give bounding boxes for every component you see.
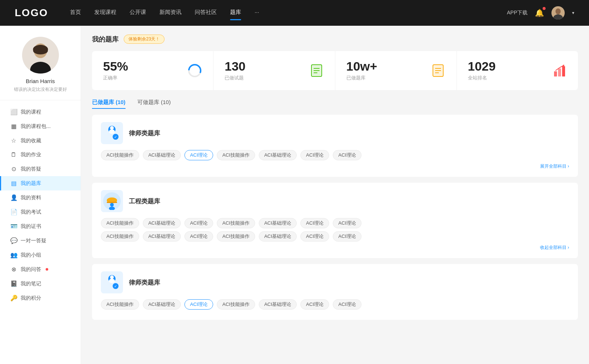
sidebar-profile: Brian Harris 错误的决定比没有决定要好 xyxy=(0,37,81,100)
points-icon: 🔑 xyxy=(10,295,17,301)
nav-news[interactable]: 新闻资讯 xyxy=(159,9,181,17)
sidebar-item-question-bank[interactable]: ▤ 我的题库 xyxy=(0,176,81,190)
sidebar-item-certificate[interactable]: 🪪 我的证书 xyxy=(0,219,81,233)
collapse-all-link[interactable]: 收起全部科目 › xyxy=(101,245,569,251)
nav-menu: 首页 发现课程 公开课 新闻资讯 问答社区 题库 ··· xyxy=(70,9,507,17)
tag-item[interactable]: ACI基础理论 xyxy=(259,299,297,310)
qa-icon: ⊙ xyxy=(10,165,17,172)
user-menu-chevron-icon[interactable]: ▾ xyxy=(572,10,574,15)
tag-item[interactable]: ACI理论 xyxy=(300,299,329,310)
tag-item[interactable]: ACI技能操作 xyxy=(217,218,255,228)
accuracy-icon xyxy=(187,63,202,78)
tag-item-active[interactable]: ACI理论 xyxy=(184,299,213,310)
course-icon: ⬜ xyxy=(10,108,17,115)
svg-point-27 xyxy=(109,129,115,134)
svg-rect-20 xyxy=(554,71,557,76)
sidebar-item-data[interactable]: 👤 我的资料 xyxy=(0,190,81,205)
qbank-lawyer-2-tags: ACI技能操作 ACI基础理论 ACI理论 ACI技能操作 ACI基础理论 AC… xyxy=(101,299,569,310)
homework-icon: 🗒 xyxy=(10,151,17,158)
done-banks-label: 已做题库 xyxy=(346,75,426,81)
tag-item[interactable]: ACI技能操作 xyxy=(101,231,139,242)
done-questions-value: 130 xyxy=(225,60,304,72)
svg-point-26 xyxy=(110,126,114,130)
tag-item[interactable]: ACI理论 xyxy=(184,231,213,242)
tag-item[interactable]: ACI理论 xyxy=(300,231,329,242)
user-motto: 错误的决定比没有决定要好 xyxy=(14,86,67,93)
notification-bell-icon[interactable]: 🔔 xyxy=(535,8,544,17)
group-icon: 👥 xyxy=(10,251,17,258)
svg-rect-32 xyxy=(108,200,116,202)
one-on-one-icon: 💬 xyxy=(10,237,17,244)
nav-more[interactable]: ··· xyxy=(254,9,259,17)
tag-item[interactable]: ACI基础理论 xyxy=(143,231,181,242)
qbank-engineer-tags-row1: ACI技能操作 ACI基础理论 ACI理论 ACI技能操作 ACI基础理论 AC… xyxy=(101,218,569,228)
tag-item[interactable]: ACI技能操作 xyxy=(101,150,139,160)
tag-item[interactable]: ACI理论 xyxy=(333,231,361,242)
qa-notification-dot xyxy=(46,268,48,271)
tag-item[interactable]: ACI理论 xyxy=(300,218,329,228)
sidebar-item-notes[interactable]: 📓 我的笔记 xyxy=(0,276,81,291)
tag-item[interactable]: ACI技能操作 xyxy=(217,231,255,242)
user-name: Brian Harris xyxy=(26,78,55,84)
tag-item[interactable]: ACI技能操作 xyxy=(217,150,255,160)
sidebar-item-points[interactable]: 🔑 我的积分 xyxy=(0,291,81,305)
expand-all-link[interactable]: 展开全部科目 › xyxy=(101,163,569,169)
svg-point-9 xyxy=(192,68,198,74)
notification-badge xyxy=(543,7,546,10)
tag-item[interactable]: ACI理论 xyxy=(300,150,329,160)
svg-text:✓: ✓ xyxy=(114,135,117,139)
tag-item[interactable]: ACI基础理论 xyxy=(259,150,297,160)
tag-item[interactable]: ACI技能操作 xyxy=(101,218,139,228)
tabs-row: 已做题库 (10) 可做题库 (10) xyxy=(92,99,578,109)
tag-item[interactable]: ACI理论 xyxy=(333,299,361,310)
qbank-card-lawyer-1: ✓ 律师类题库 ACI技能操作 ACI基础理论 ACI理论 ACI技能操作 AC… xyxy=(92,115,578,177)
tag-item[interactable]: ACI技能操作 xyxy=(101,299,139,310)
nav-discover[interactable]: 发现课程 xyxy=(94,9,116,17)
sidebar-item-course-pack[interactable]: ▦ 我的课程包... xyxy=(0,119,81,133)
sidebar-item-qa[interactable]: ⊙ 我的答疑 xyxy=(0,162,81,176)
nav-question-bank[interactable]: 题库 xyxy=(230,9,241,17)
notes-icon: 📓 xyxy=(10,280,17,287)
svg-rect-22 xyxy=(562,66,565,76)
tag-item-active[interactable]: ACI理论 xyxy=(184,150,213,160)
app-download-button[interactable]: APP下载 xyxy=(507,10,528,16)
sidebar-item-group[interactable]: 👥 我的小组 xyxy=(0,248,81,262)
done-banks-icon xyxy=(431,63,445,78)
tab-available-banks[interactable]: 可做题库 (10) xyxy=(137,99,171,109)
qbank-card-lawyer-2: ✓ 律师类题库 ACI技能操作 ACI基础理论 ACI理论 ACI技能操作 AC… xyxy=(92,264,578,320)
sidebar-item-my-qa[interactable]: ⊗ 我的问答 xyxy=(0,262,81,276)
tag-item[interactable]: ACI基础理论 xyxy=(143,150,181,160)
tag-item[interactable]: ACI理论 xyxy=(333,218,361,228)
tag-item[interactable]: ACI基础理论 xyxy=(143,299,181,310)
avatar[interactable] xyxy=(551,6,565,19)
topnav: LOGO 首页 发现课程 公开课 新闻资讯 问答社区 题库 ··· APP下载 … xyxy=(0,0,589,26)
course-pack-icon: ▦ xyxy=(10,123,17,130)
nav-qa[interactable]: 问答社区 xyxy=(195,9,217,17)
nav-home[interactable]: 首页 xyxy=(70,9,81,17)
tag-item[interactable]: ACI理论 xyxy=(333,150,361,160)
svg-rect-21 xyxy=(558,68,561,76)
sidebar: Brian Harris 错误的决定比没有决定要好 ⬜ 我的课程 ▦ 我的课程包… xyxy=(0,26,81,364)
done-questions-icon xyxy=(309,63,324,78)
sidebar-item-collection[interactable]: ☆ 我的收藏 xyxy=(0,133,81,148)
tag-item[interactable]: ACI理论 xyxy=(184,218,213,228)
qbank-lawyer-2-name: 律师类题库 xyxy=(129,278,160,287)
sidebar-item-exam[interactable]: 📄 我的考试 xyxy=(0,205,81,219)
tag-item[interactable]: ACI基础理论 xyxy=(143,218,181,228)
logo[interactable]: LOGO xyxy=(15,7,48,19)
stats-row: 55% 正确率 130 已做试题 xyxy=(92,51,578,90)
sidebar-item-homework[interactable]: 🗒 我的作业 xyxy=(0,148,81,162)
tag-item[interactable]: ACI基础理论 xyxy=(259,218,297,228)
tag-item[interactable]: ACI基础理论 xyxy=(259,231,297,242)
svg-point-38 xyxy=(109,279,115,283)
trial-badge: 体验剩余23天！ xyxy=(124,35,165,44)
nav-open-course[interactable]: 公开课 xyxy=(130,9,146,17)
svg-point-23 xyxy=(563,65,564,66)
svg-rect-33 xyxy=(107,202,117,203)
sidebar-item-course[interactable]: ⬜ 我的课程 xyxy=(0,105,81,119)
tag-item[interactable]: ACI技能操作 xyxy=(217,299,255,310)
sidebar-item-one-on-one[interactable]: 💬 一对一答疑 xyxy=(0,233,81,248)
question-bank-icon: ▤ xyxy=(10,180,17,187)
tab-done-banks[interactable]: 已做题库 (10) xyxy=(92,99,126,109)
data-icon: 👤 xyxy=(10,194,17,201)
